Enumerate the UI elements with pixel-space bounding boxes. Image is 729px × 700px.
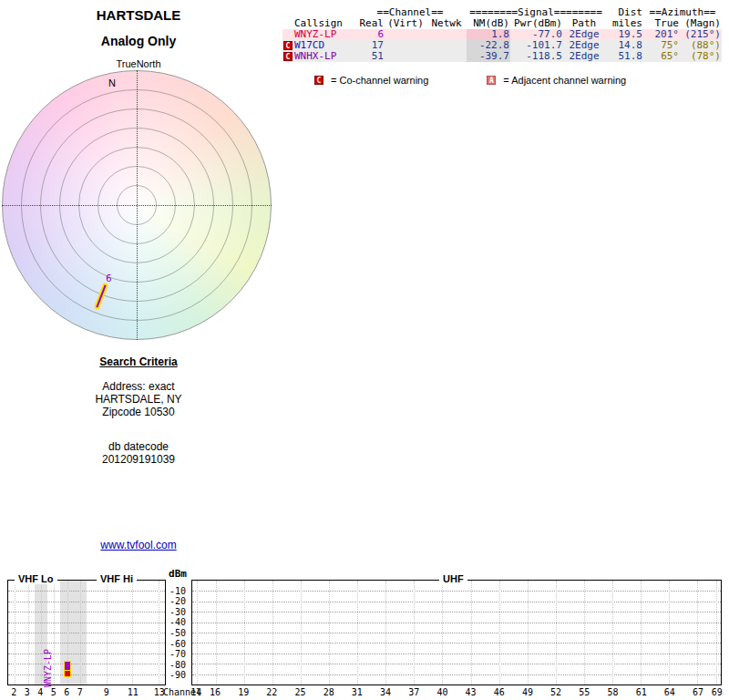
dbm-tick-label: -50 — [166, 628, 190, 638]
dbm-tick-label: -80 — [166, 660, 190, 670]
dbm-gridline — [192, 633, 721, 633]
dbm-tick-label: -30 — [166, 607, 190, 617]
channel-gridline — [216, 581, 217, 685]
dbm-gridline — [192, 591, 721, 592]
col-header-path: Path — [563, 18, 605, 29]
cell-virt-channel — [385, 29, 426, 40]
channel-tick-label: 14 — [190, 687, 201, 697]
cell-azimuth-true: 201° — [643, 29, 680, 40]
dbm-gridline — [192, 664, 721, 664]
vhf-lo-label: VHF Lo — [15, 573, 57, 584]
channel-gridline — [15, 581, 15, 685]
cell-network — [426, 51, 467, 62]
channel-gridline — [414, 581, 415, 685]
col-header-virt: (Virt) — [385, 18, 426, 29]
uhf-panel — [191, 580, 722, 685]
compass-north-label: N — [108, 77, 116, 88]
dbm-gridline — [8, 602, 165, 602]
cell-azimuth-true: 65° — [643, 51, 680, 62]
db-datecode-label: db datecode — [47, 440, 230, 453]
channel-tick-label: 25 — [294, 687, 305, 697]
dbm-gridline — [8, 623, 165, 623]
search-criteria: Search Criteria Address: exact HARTSDALE… — [47, 355, 230, 466]
cell-azimuth-magn: (78°) — [680, 51, 722, 62]
dbm-tick-label: -10 — [166, 586, 190, 596]
channel-tick-label: 22 — [266, 687, 277, 697]
channel-gridline — [442, 581, 443, 685]
channel-gridline — [357, 581, 358, 685]
vhf-panel: WNYZ-LP — [7, 580, 166, 685]
channel-gridline — [669, 581, 670, 685]
radar-plot: N 6 — [2, 70, 272, 340]
col-header-real: Real — [354, 18, 385, 29]
channel-tick-label: 6 — [64, 687, 69, 697]
channel-gridline — [244, 581, 245, 685]
cell-miles: 51.8 — [605, 51, 643, 62]
dbm-tick-label: -60 — [166, 639, 190, 649]
cell-miles: 19.5 — [605, 29, 643, 40]
dbm-gridline — [192, 612, 721, 612]
channel-gridline — [612, 581, 613, 685]
cell-power: -118.5 — [510, 51, 563, 62]
cell-miles: 14.8 — [605, 40, 643, 51]
channel-gridline — [716, 581, 717, 685]
cell-nm: 1.8 — [467, 29, 510, 40]
channel-tick-label: 46 — [494, 687, 505, 697]
cell-callsign: WNYZ-LP — [293, 29, 354, 40]
col-header-true: True — [643, 18, 680, 29]
cell-power: -101.7 — [510, 40, 563, 51]
dbm-gridline — [192, 623, 721, 623]
channel-gridline — [471, 581, 472, 685]
cell-power: -77.0 — [510, 29, 563, 40]
title-block: HARTSDALE Analog Only TrueNorth — [47, 7, 230, 69]
signal-table: ==Channel== ========Signal======== Dist … — [282, 7, 722, 62]
col-header-nm: NM(dB) — [467, 18, 510, 29]
vhf-channel-labels: 23456791113 — [7, 687, 166, 698]
dbm-tick-label: -20 — [166, 596, 190, 606]
channel-gridline — [54, 581, 55, 685]
channel-tick-label: 37 — [408, 687, 419, 697]
uhf-channel-labels: 1416192225283134374043464952555861646769 — [191, 687, 722, 698]
dbm-gridline — [192, 643, 721, 643]
table-row[interactable]: C WNHX-LP 51 -39.7 -118.5 2Edge 51.8 65°… — [282, 51, 722, 62]
signal-bar-tip — [64, 670, 71, 677]
dbm-gridline — [8, 633, 165, 633]
channel-tick-label: 58 — [607, 687, 618, 697]
station-marker-channel: 6 — [106, 273, 112, 284]
channel-tick-label: 67 — [693, 687, 703, 697]
channel-tick-label: 7 — [77, 687, 83, 697]
col-header-magn: (Magn) — [680, 18, 722, 29]
col-header-miles: miles — [605, 18, 643, 29]
co-channel-badge: C — [283, 41, 293, 50]
table-column-header-row: Callsign Real (Virt) Netwk NM(dB) Pwr(dB… — [282, 18, 722, 29]
channel-gridline — [80, 581, 81, 685]
tvfool-link[interactable]: www.tvfool.com — [47, 539, 230, 551]
db-datecode-value: 201209191039 — [47, 453, 230, 466]
group-header-dist: Dist — [605, 7, 643, 18]
channel-tick-label: 4 — [37, 687, 43, 697]
adjacent-channel-badge: A — [487, 76, 496, 85]
channel-gridline — [159, 581, 159, 685]
tvfool-report-page: HARTSDALE Analog Only TrueNorth N 6 ==Ch… — [0, 0, 729, 700]
dbm-gridline — [8, 654, 165, 654]
dbm-gridline — [8, 591, 165, 592]
channel-gridline — [641, 581, 642, 685]
adjacent-channel-legend-text: = Adjacent channel warning — [503, 75, 626, 86]
dbm-tick-label: -70 — [166, 649, 190, 659]
channel-tick-label: 31 — [352, 687, 363, 697]
channel-tick-label: 40 — [436, 687, 447, 697]
channel-tick-label: 49 — [522, 687, 533, 697]
dbm-gridline — [8, 643, 165, 643]
channel-tick-label: 16 — [210, 687, 221, 697]
table-row[interactable]: WNYZ-LP 6 1.8 -77.0 2Edge 19.5 201° (215… — [282, 29, 722, 40]
table-row[interactable]: C W17CD 17 -22.8 -101.7 2Edge 14.8 75° (… — [282, 40, 722, 51]
channel-gridline — [41, 581, 42, 685]
channel-tick-label: 5 — [51, 687, 56, 697]
dbm-axis-title: dBm — [166, 568, 190, 580]
channel-tick-label: 61 — [636, 687, 647, 697]
search-city-line: HARTSDALE, NY — [47, 393, 230, 406]
cell-path: 2Edge — [563, 51, 605, 62]
col-header-callsign: Callsign — [293, 18, 354, 29]
channel-gridline — [301, 581, 302, 685]
cell-callsign: W17CD — [293, 40, 354, 51]
